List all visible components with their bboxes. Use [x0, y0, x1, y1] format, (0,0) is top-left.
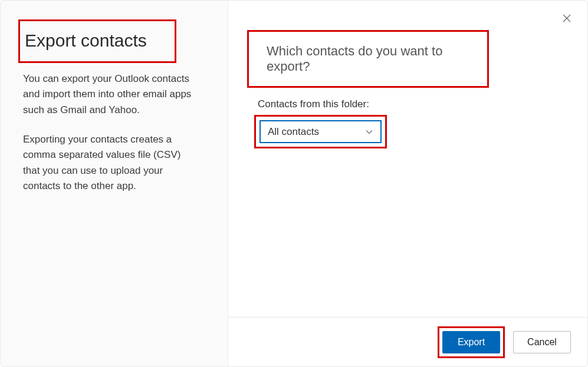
folder-select[interactable]: All contacts: [259, 120, 382, 143]
question-heading: Which contacts do you want to export?: [256, 44, 480, 74]
cancel-button[interactable]: Cancel: [513, 331, 571, 353]
form-content: Which contacts do you want to export? Co…: [228, 1, 587, 317]
close-button[interactable]: [560, 12, 573, 25]
dialog-title: Export contacts: [20, 31, 167, 51]
description-1: You can export your Outlook contacts and…: [23, 71, 194, 118]
close-icon: [563, 14, 571, 24]
export-button[interactable]: Export: [442, 331, 500, 353]
title-highlight-box: Export contacts: [18, 19, 176, 63]
info-pane: Export contacts You can export your Outl…: [1, 1, 228, 366]
chevron-down-icon: [365, 128, 373, 136]
export-contacts-dialog: Export contacts You can export your Outl…: [0, 0, 588, 367]
description-2: Exporting your contacts creates a comma …: [23, 132, 194, 194]
question-highlight-box: Which contacts do you want to export?: [247, 30, 489, 88]
folder-label: Contacts from this folder:: [258, 98, 558, 110]
folder-select-highlight-box: All contacts: [254, 115, 387, 148]
form-pane: Which contacts do you want to export? Co…: [228, 1, 587, 366]
dialog-footer: Export Cancel: [228, 317, 587, 366]
folder-select-value: All contacts: [268, 126, 319, 138]
export-highlight-box: Export: [438, 326, 505, 358]
